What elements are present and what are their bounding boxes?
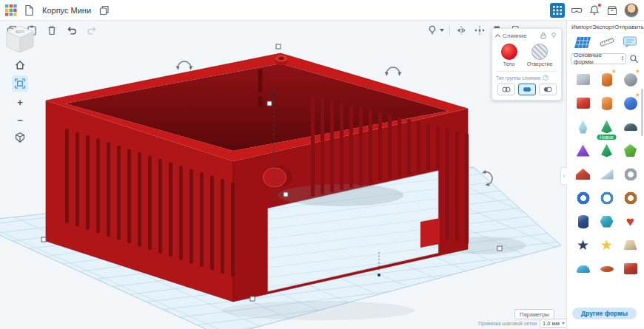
merge-type-union-button[interactable] <box>518 84 536 95</box>
lock-icon[interactable] <box>540 32 547 39</box>
para-shape-icon <box>577 121 588 134</box>
apps-grid-button[interactable] <box>550 3 565 18</box>
resources-box-icon[interactable] <box>606 4 618 16</box>
midpoint-dot[interactable] <box>272 92 275 95</box>
shape-grid: ★★★Новое♥★★ <box>567 67 644 279</box>
shape-tile-star[interactable]: ★ <box>596 234 617 256</box>
view-cube[interactable]: ВЕРХ <box>4 24 36 55</box>
shape-tile-cone[interactable] <box>596 140 617 161</box>
home-view-button[interactable] <box>12 58 28 72</box>
shape-tile-para[interactable] <box>572 116 594 138</box>
ruler-tool-icon[interactable] <box>599 35 615 49</box>
collapse-inspector-icon[interactable] <box>495 33 500 38</box>
merge-type-outline-button[interactable] <box>497 84 515 95</box>
favorite-star-icon: ★ <box>635 92 640 98</box>
workplane-tool-icon[interactable] <box>574 36 591 49</box>
shape-tile-trap[interactable] <box>620 234 641 256</box>
collapse-panel-button[interactable]: › <box>560 167 567 185</box>
shape-tile-dish[interactable] <box>596 258 617 279</box>
shape-tile-ring[interactable] <box>620 163 641 185</box>
tinkercad-logo-icon[interactable] <box>5 4 17 16</box>
undo-button[interactable] <box>64 23 79 38</box>
model-shadow <box>222 301 415 320</box>
shape-tile-pyr[interactable] <box>572 140 594 161</box>
shape-tile-sphere[interactable]: ★ <box>620 69 641 90</box>
zoom-in-button[interactable]: + <box>12 95 28 109</box>
shape-tile-sphere[interactable]: ★ <box>620 92 641 114</box>
midpoint-dot[interactable] <box>378 274 380 277</box>
shape-tile-box[interactable] <box>572 69 594 90</box>
perspective-toggle-button[interactable] <box>12 130 28 145</box>
shape-tile-box[interactable] <box>572 92 594 114</box>
my-designs-icon[interactable] <box>23 4 35 16</box>
torus-shape-icon <box>577 191 590 205</box>
delete-button[interactable] <box>44 23 59 38</box>
scale-handle <box>267 101 272 106</box>
view-cube-top-label: ВЕРХ <box>16 30 24 34</box>
shape-tile-cyl[interactable]: ★ <box>596 69 617 90</box>
cone-shape-icon <box>601 121 613 134</box>
align-button[interactable] <box>472 23 487 38</box>
shape-category-select[interactable]: Основные формы ▴▾ <box>571 53 626 64</box>
ar-glasses-icon[interactable] <box>571 4 583 16</box>
shape-tile-hex[interactable] <box>596 211 617 232</box>
design-title[interactable]: Корпус Мини <box>42 6 91 15</box>
shape-tile-torus[interactable] <box>572 187 594 208</box>
shape-tile-tube[interactable] <box>596 187 617 208</box>
notes-tool-icon[interactable] <box>623 35 637 49</box>
scale-handle <box>497 246 502 251</box>
divider <box>449 25 450 36</box>
show-all-button[interactable] <box>425 23 446 38</box>
shape-tile-heart[interactable]: ♥ <box>620 211 641 232</box>
parameters-button[interactable]: Параметры <box>514 309 554 319</box>
screw-post <box>275 55 287 66</box>
scale-handle <box>41 237 46 242</box>
snap-grid-select[interactable]: 1.0 мм <box>540 319 568 328</box>
shape-tile-ico[interactable] <box>620 140 641 161</box>
star-shape-icon: ★ <box>577 238 589 252</box>
shape-tile-cone[interactable]: Новое <box>596 116 617 138</box>
cyl-shape-icon <box>578 215 588 228</box>
hex-shape-icon <box>600 216 614 228</box>
export-button[interactable]: Экспорт <box>592 24 614 30</box>
shape-tile-roof[interactable] <box>572 163 594 185</box>
merge-type-multicolor-button[interactable] <box>539 84 557 95</box>
shape-tile-hemi[interactable] <box>620 116 641 138</box>
notifications-bell-icon[interactable] <box>588 4 600 16</box>
favorite-star-icon: ★ <box>635 68 640 75</box>
view-navigation: ВЕРХ + − <box>3 24 37 145</box>
visibility-bulb-icon[interactable] <box>550 32 557 39</box>
scrollbar-thumb[interactable] <box>641 89 643 136</box>
flip-button[interactable] <box>454 23 469 38</box>
redo-button-disabled[interactable] <box>84 23 99 38</box>
shape-tile-cyl[interactable] <box>572 211 594 232</box>
divider <box>496 71 557 72</box>
height-handle <box>276 44 281 49</box>
shape-tile-wedge[interactable] <box>596 163 617 185</box>
duplicate-design-icon[interactable] <box>98 4 110 16</box>
fit-view-button[interactable] <box>12 75 28 92</box>
shape-tile-star[interactable]: ★ <box>572 234 594 256</box>
shapes-panel: Импорт Экспорт Отправить Основные формы … <box>566 21 644 329</box>
hole-option[interactable]: Отверстие <box>527 44 553 67</box>
trap-shape-icon <box>624 240 637 250</box>
send-button[interactable]: Отправить <box>614 24 644 30</box>
search-icon[interactable] <box>628 52 640 64</box>
zoom-out-button[interactable]: − <box>12 112 28 127</box>
help-icon[interactable]: ? <box>543 75 549 81</box>
import-button[interactable]: Импорт <box>571 24 592 30</box>
torus-shape-icon <box>624 191 637 205</box>
dish-shape-icon <box>600 266 614 272</box>
shape-tile-hemi[interactable] <box>572 258 594 279</box>
user-avatar[interactable] <box>624 3 639 18</box>
more-shapes-button[interactable]: Другие формы <box>572 308 637 319</box>
shape-tile-box[interactable] <box>620 258 641 279</box>
shape-tile-torus[interactable] <box>620 187 641 208</box>
snap-grid-value: 1.0 мм <box>543 320 560 327</box>
shape-tile-cyl[interactable] <box>596 92 617 114</box>
hemi-shape-icon <box>577 265 590 273</box>
hole-circle-icon <box>531 44 548 60</box>
solid-circle-icon <box>501 44 517 60</box>
snap-grid-bar: Привязка шаговой сетки 1.0 мм <box>478 319 568 328</box>
solid-option[interactable]: Тело <box>501 44 517 67</box>
